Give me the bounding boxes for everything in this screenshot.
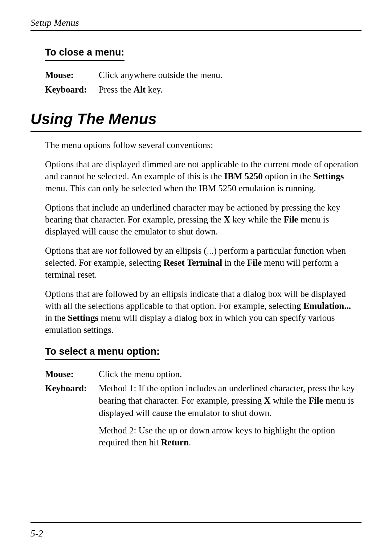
key-alt: Alt bbox=[134, 85, 146, 94]
paragraph-no-ellipsis: Options that are not followed by an elli… bbox=[45, 245, 359, 281]
text: key. bbox=[146, 85, 163, 94]
label-keyboard: Keyboard: bbox=[45, 382, 92, 449]
term-ibm5250: IBM 5250 bbox=[224, 171, 263, 181]
body-keyboard-select: Method 1: If the option includes an unde… bbox=[99, 382, 359, 449]
select-mouse-row: Mouse: Click the menu option. bbox=[45, 368, 359, 380]
content-area: To close a menu: Mouse: Click anywhere o… bbox=[30, 44, 362, 96]
text: key while the bbox=[230, 215, 283, 224]
close-menu-mouse-row: Mouse: Click anywhere outside the menu. bbox=[45, 69, 359, 81]
main-heading: Using The Menus bbox=[30, 110, 362, 132]
key-x: X bbox=[264, 396, 270, 405]
text: menu. This can only be selected when the… bbox=[45, 183, 316, 193]
key-x: X bbox=[224, 215, 230, 224]
text: in the bbox=[45, 313, 68, 323]
paragraph-intro: The menu options follow several conventi… bbox=[45, 139, 359, 151]
method-1: Method 1: If the option includes an unde… bbox=[99, 382, 359, 419]
text: . bbox=[189, 437, 191, 447]
text: Options that are bbox=[45, 246, 105, 256]
term-file: File bbox=[283, 215, 298, 224]
body-keyboard-close: Press the Alt key. bbox=[99, 83, 359, 96]
label-keyboard: Keyboard: bbox=[45, 83, 92, 96]
method-2: Method 2: Use the up or down arrow keys … bbox=[99, 424, 359, 449]
document-page: Setup Menus To close a menu: Mouse: Clic… bbox=[0, 0, 392, 465]
text: Method 2: Use the up or down arrow keys … bbox=[99, 425, 335, 448]
term-reset-terminal: Reset Terminal bbox=[163, 258, 222, 268]
text: Press the bbox=[99, 85, 134, 94]
text: Options that are followed by an ellipsis… bbox=[45, 289, 346, 311]
paragraph-dimmed: Options that are displayed dimmed are no… bbox=[45, 158, 359, 194]
label-mouse: Mouse: bbox=[45, 368, 92, 380]
running-header: Setup Menus bbox=[30, 17, 362, 31]
key-return: Return bbox=[161, 437, 188, 447]
label-mouse: Mouse: bbox=[45, 69, 92, 81]
term-emulation: Emulation... bbox=[303, 301, 351, 311]
subheading-select-option: To select a menu option: bbox=[45, 346, 160, 360]
page-number: 5-2 bbox=[30, 528, 43, 539]
paragraph-underlined: Options that include an underlined chara… bbox=[45, 201, 359, 237]
term-file: File bbox=[247, 258, 262, 268]
body-mouse-select: Click the menu option. bbox=[99, 368, 359, 380]
select-keyboard-row: Keyboard: Method 1: If the option includ… bbox=[45, 382, 359, 449]
content-area-body: The menu options follow several conventi… bbox=[30, 139, 362, 449]
text: option in the bbox=[263, 171, 313, 181]
term-settings: Settings bbox=[68, 313, 99, 323]
paragraph-ellipsis: Options that are followed by an ellipsis… bbox=[45, 288, 359, 336]
term-file: File bbox=[309, 396, 323, 405]
text: in the bbox=[222, 258, 247, 268]
body-mouse-close: Click anywhere outside the menu. bbox=[99, 69, 359, 81]
term-settings: Settings bbox=[313, 171, 344, 181]
term-not: not bbox=[105, 246, 117, 256]
footer-rule bbox=[30, 522, 362, 523]
text: while the bbox=[270, 396, 309, 405]
close-menu-keyboard-row: Keyboard: Press the Alt key. bbox=[45, 83, 359, 96]
subheading-close-menu: To close a menu: bbox=[45, 47, 124, 61]
